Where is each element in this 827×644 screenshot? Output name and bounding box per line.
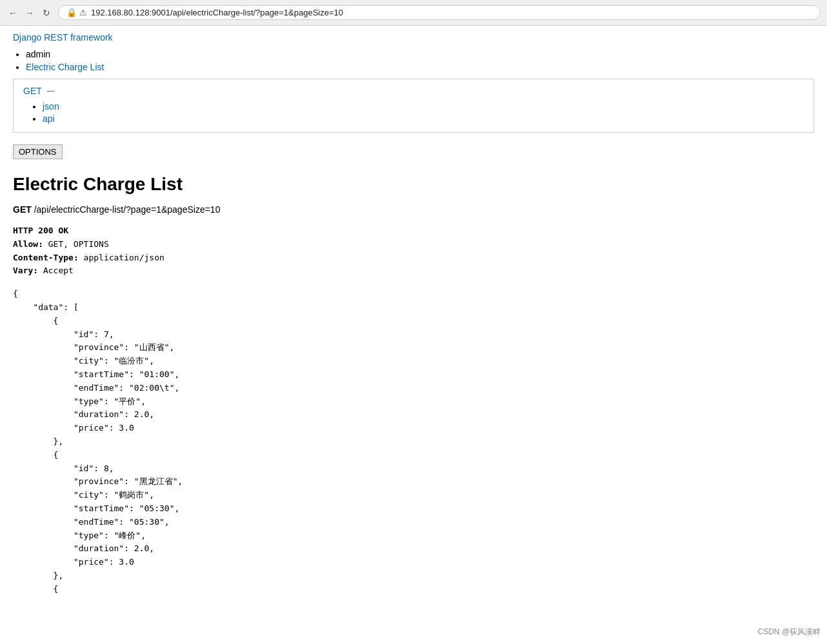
breadcrumb: admin Electric Charge List <box>13 49 814 72</box>
dash-separator: — <box>47 86 55 95</box>
address-bar[interactable]: 🔒 ⚠ 192.168.80.128:9001/api/electricChar… <box>58 5 821 20</box>
format-json-item: json <box>43 101 804 112</box>
back-button[interactable]: ← <box>6 6 19 19</box>
page-content: Django REST framework admin Electric Cha… <box>0 26 827 603</box>
get-link[interactable]: GET <box>23 86 42 96</box>
forward-button[interactable]: → <box>23 6 36 19</box>
django-rest-link[interactable]: Django REST framework <box>13 32 113 43</box>
vary-value: Accept <box>43 266 74 275</box>
request-line: GET /api/electricCharge-list/?page=1&pag… <box>13 204 814 215</box>
options-button[interactable]: OPTIONS <box>13 144 63 159</box>
content-type-header-line: Content-Type: application/json <box>13 251 814 265</box>
nav-buttons: ← → ↻ <box>6 6 53 19</box>
format-api-item: api <box>43 113 804 124</box>
content-type-value: application/json <box>84 253 164 262</box>
format-api-link[interactable]: api <box>43 113 55 124</box>
api-section: GET — json api <box>13 79 814 133</box>
content-type-key: Content-Type: <box>13 253 79 262</box>
get-row: GET — <box>23 86 804 96</box>
breadcrumb-list-link[interactable]: Electric Charge List <box>26 62 104 72</box>
reload-button[interactable]: ↻ <box>40 6 53 19</box>
browser-chrome: ← → ↻ 🔒 ⚠ 192.168.80.128:9001/api/electr… <box>0 0 827 26</box>
breadcrumb-list: Electric Charge List <box>26 62 814 72</box>
request-url: /api/electricCharge-list/?page=1&pageSiz… <box>34 204 221 215</box>
warning-icon: ⚠ <box>79 8 87 17</box>
vary-header-line: Vary: Accept <box>13 264 814 278</box>
vary-key: Vary: <box>13 266 38 275</box>
page-title: Electric Charge List <box>13 174 814 195</box>
http-status: HTTP 200 OK <box>13 226 68 235</box>
breadcrumb-admin: admin <box>26 49 814 59</box>
allow-value: GET, OPTIONS <box>48 239 109 249</box>
format-json-link[interactable]: json <box>43 101 59 112</box>
address-bar-icons: 🔒 ⚠ <box>66 8 87 17</box>
allow-key: Allow: <box>13 239 43 249</box>
request-method: GET <box>13 204 32 215</box>
url-text: 192.168.80.128:9001/api/electricCharge-l… <box>91 8 812 17</box>
json-response-body: { "data": [ { "id": 7, "province": "山西省"… <box>13 288 814 596</box>
shield-icon: 🔒 <box>66 8 77 17</box>
http-status-line: HTTP 200 OK <box>13 224 814 238</box>
response-headers: HTTP 200 OK Allow: GET, OPTIONS Content-… <box>13 224 814 278</box>
allow-header-line: Allow: GET, OPTIONS <box>13 238 814 251</box>
format-list: json api <box>23 101 804 124</box>
